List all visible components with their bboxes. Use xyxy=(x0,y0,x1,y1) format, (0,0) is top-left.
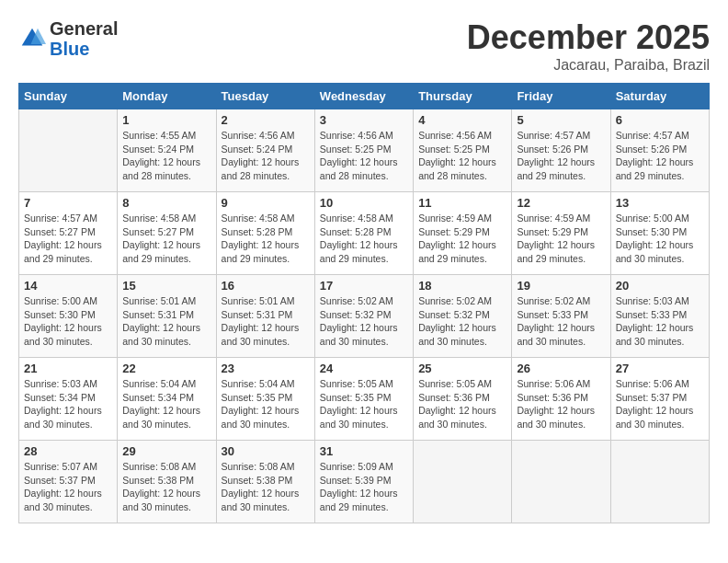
calendar-cell: 8Sunrise: 4:58 AM Sunset: 5:27 PM Daylig… xyxy=(118,192,216,275)
day-number: 14 xyxy=(24,279,112,293)
day-number: 9 xyxy=(222,196,310,210)
calendar-cell: 31Sunrise: 5:09 AM Sunset: 5:39 PM Dayli… xyxy=(314,441,413,523)
logo: General Blue xyxy=(18,18,118,59)
page-header: General Blue December 2025 Jacarau, Para… xyxy=(18,18,710,74)
day-info: Sunrise: 5:07 AM Sunset: 5:37 PM Dayligh… xyxy=(24,460,112,514)
weekday-header-row: SundayMondayTuesdayWednesdayThursdayFrid… xyxy=(19,84,710,109)
logo-icon xyxy=(18,25,46,52)
calendar-cell: 6Sunrise: 4:57 AM Sunset: 5:26 PM Daylig… xyxy=(610,109,709,192)
day-info: Sunrise: 4:58 AM Sunset: 5:28 PM Dayligh… xyxy=(222,212,310,266)
calendar-cell: 23Sunrise: 5:04 AM Sunset: 5:35 PM Dayli… xyxy=(216,358,314,441)
day-number: 22 xyxy=(122,362,210,375)
month-title: December 2025 xyxy=(467,18,710,57)
day-number: 30 xyxy=(222,444,310,458)
calendar-cell xyxy=(19,109,118,192)
calendar-week-row: 14Sunrise: 5:00 AM Sunset: 5:30 PM Dayli… xyxy=(19,275,710,358)
calendar-cell: 5Sunrise: 4:57 AM Sunset: 5:26 PM Daylig… xyxy=(512,109,610,192)
calendar-table: SundayMondayTuesdayWednesdayThursdayFrid… xyxy=(18,83,710,523)
calendar-cell: 17Sunrise: 5:02 AM Sunset: 5:32 PM Dayli… xyxy=(314,275,413,358)
calendar-cell: 13Sunrise: 5:00 AM Sunset: 5:30 PM Dayli… xyxy=(610,192,709,275)
day-info: Sunrise: 4:57 AM Sunset: 5:26 PM Dayligh… xyxy=(616,129,704,183)
calendar-cell: 28Sunrise: 5:07 AM Sunset: 5:37 PM Dayli… xyxy=(19,441,118,523)
calendar-cell: 19Sunrise: 5:02 AM Sunset: 5:33 PM Dayli… xyxy=(512,275,610,358)
calendar-cell xyxy=(414,441,512,523)
calendar-cell: 10Sunrise: 4:58 AM Sunset: 5:28 PM Dayli… xyxy=(314,192,413,275)
calendar-cell: 7Sunrise: 4:57 AM Sunset: 5:27 PM Daylig… xyxy=(19,192,118,275)
day-info: Sunrise: 5:01 AM Sunset: 5:31 PM Dayligh… xyxy=(122,294,210,349)
day-info: Sunrise: 4:59 AM Sunset: 5:29 PM Dayligh… xyxy=(517,212,605,266)
day-info: Sunrise: 5:01 AM Sunset: 5:31 PM Dayligh… xyxy=(222,294,310,349)
day-number: 7 xyxy=(24,196,112,210)
day-number: 6 xyxy=(616,113,704,127)
calendar-cell: 27Sunrise: 5:06 AM Sunset: 5:37 PM Dayli… xyxy=(610,358,709,441)
day-info: Sunrise: 5:02 AM Sunset: 5:32 PM Dayligh… xyxy=(320,294,408,349)
calendar-cell: 18Sunrise: 5:02 AM Sunset: 5:32 PM Dayli… xyxy=(414,275,512,358)
day-info: Sunrise: 4:55 AM Sunset: 5:24 PM Dayligh… xyxy=(122,129,210,183)
day-info: Sunrise: 4:57 AM Sunset: 5:27 PM Dayligh… xyxy=(24,212,112,266)
day-number: 26 xyxy=(517,362,605,375)
day-number: 24 xyxy=(320,362,408,375)
day-number: 2 xyxy=(222,113,310,127)
day-info: Sunrise: 5:05 AM Sunset: 5:35 PM Dayligh… xyxy=(320,377,408,431)
title-block: December 2025 Jacarau, Paraiba, Brazil xyxy=(467,18,710,74)
logo-general-text: General xyxy=(50,18,118,39)
calendar-cell: 4Sunrise: 4:56 AM Sunset: 5:25 PM Daylig… xyxy=(414,109,512,192)
day-number: 12 xyxy=(517,196,605,210)
weekday-header-tuesday: Tuesday xyxy=(216,84,314,109)
day-number: 31 xyxy=(320,444,408,458)
day-info: Sunrise: 4:56 AM Sunset: 5:24 PM Dayligh… xyxy=(222,129,310,183)
day-info: Sunrise: 5:00 AM Sunset: 5:30 PM Dayligh… xyxy=(616,212,704,266)
day-info: Sunrise: 5:06 AM Sunset: 5:37 PM Dayligh… xyxy=(616,377,704,431)
day-info: Sunrise: 5:04 AM Sunset: 5:34 PM Dayligh… xyxy=(122,377,210,431)
day-number: 18 xyxy=(418,279,506,293)
day-info: Sunrise: 4:56 AM Sunset: 5:25 PM Dayligh… xyxy=(320,129,408,183)
calendar-cell: 29Sunrise: 5:08 AM Sunset: 5:38 PM Dayli… xyxy=(118,441,216,523)
calendar-cell: 15Sunrise: 5:01 AM Sunset: 5:31 PM Dayli… xyxy=(118,275,216,358)
calendar-cell: 9Sunrise: 4:58 AM Sunset: 5:28 PM Daylig… xyxy=(216,192,314,275)
day-number: 27 xyxy=(616,362,704,375)
weekday-header-friday: Friday xyxy=(512,84,610,109)
day-number: 5 xyxy=(517,113,605,127)
day-info: Sunrise: 4:57 AM Sunset: 5:26 PM Dayligh… xyxy=(517,129,605,183)
weekday-header-thursday: Thursday xyxy=(414,84,512,109)
day-number: 8 xyxy=(122,196,210,210)
calendar-cell: 21Sunrise: 5:03 AM Sunset: 5:34 PM Dayli… xyxy=(19,358,118,441)
calendar-cell: 14Sunrise: 5:00 AM Sunset: 5:30 PM Dayli… xyxy=(19,275,118,358)
calendar-cell: 2Sunrise: 4:56 AM Sunset: 5:24 PM Daylig… xyxy=(216,109,314,192)
day-number: 29 xyxy=(122,444,210,458)
day-info: Sunrise: 4:59 AM Sunset: 5:29 PM Dayligh… xyxy=(418,212,506,266)
day-info: Sunrise: 5:08 AM Sunset: 5:38 PM Dayligh… xyxy=(122,460,210,514)
weekday-header-monday: Monday xyxy=(118,84,216,109)
day-info: Sunrise: 5:08 AM Sunset: 5:38 PM Dayligh… xyxy=(222,460,310,514)
day-info: Sunrise: 5:02 AM Sunset: 5:33 PM Dayligh… xyxy=(517,294,605,349)
weekday-header-wednesday: Wednesday xyxy=(314,84,413,109)
calendar-cell: 12Sunrise: 4:59 AM Sunset: 5:29 PM Dayli… xyxy=(512,192,610,275)
day-info: Sunrise: 4:58 AM Sunset: 5:28 PM Dayligh… xyxy=(320,212,408,266)
weekday-header-saturday: Saturday xyxy=(610,84,709,109)
day-number: 11 xyxy=(418,196,506,210)
calendar-cell: 11Sunrise: 4:59 AM Sunset: 5:29 PM Dayli… xyxy=(414,192,512,275)
calendar-week-row: 28Sunrise: 5:07 AM Sunset: 5:37 PM Dayli… xyxy=(19,441,710,523)
calendar-week-row: 7Sunrise: 4:57 AM Sunset: 5:27 PM Daylig… xyxy=(19,192,710,275)
day-number: 4 xyxy=(418,113,506,127)
calendar-cell: 20Sunrise: 5:03 AM Sunset: 5:33 PM Dayli… xyxy=(610,275,709,358)
weekday-header-sunday: Sunday xyxy=(19,84,118,109)
calendar-cell: 16Sunrise: 5:01 AM Sunset: 5:31 PM Dayli… xyxy=(216,275,314,358)
day-number: 3 xyxy=(320,113,408,127)
calendar-week-row: 21Sunrise: 5:03 AM Sunset: 5:34 PM Dayli… xyxy=(19,358,710,441)
day-number: 19 xyxy=(517,279,605,293)
day-number: 23 xyxy=(222,362,310,375)
day-number: 28 xyxy=(24,444,112,458)
day-info: Sunrise: 5:02 AM Sunset: 5:32 PM Dayligh… xyxy=(418,294,506,349)
day-info: Sunrise: 4:56 AM Sunset: 5:25 PM Dayligh… xyxy=(418,129,506,183)
calendar-week-row: 1Sunrise: 4:55 AM Sunset: 5:24 PM Daylig… xyxy=(19,109,710,192)
day-number: 10 xyxy=(320,196,408,210)
day-info: Sunrise: 5:03 AM Sunset: 5:34 PM Dayligh… xyxy=(24,377,112,431)
calendar-cell: 25Sunrise: 5:05 AM Sunset: 5:36 PM Dayli… xyxy=(414,358,512,441)
day-info: Sunrise: 4:58 AM Sunset: 5:27 PM Dayligh… xyxy=(122,212,210,266)
day-number: 16 xyxy=(222,279,310,293)
calendar-cell: 26Sunrise: 5:06 AM Sunset: 5:36 PM Dayli… xyxy=(512,358,610,441)
location-text: Jacarau, Paraiba, Brazil xyxy=(467,57,710,74)
day-number: 20 xyxy=(616,279,704,293)
calendar-cell: 30Sunrise: 5:08 AM Sunset: 5:38 PM Dayli… xyxy=(216,441,314,523)
